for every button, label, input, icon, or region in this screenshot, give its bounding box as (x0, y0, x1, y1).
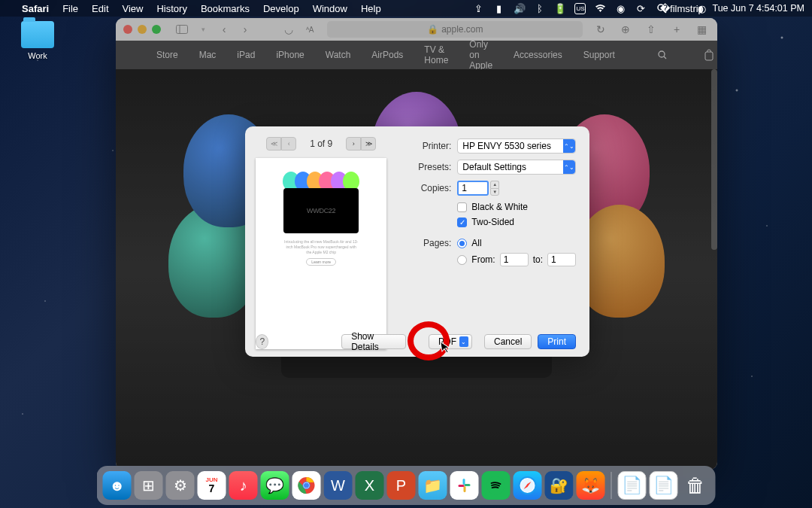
options-pane: Printer: HP ENVY 5530 series ⌃⌄ Presets:… (397, 126, 589, 357)
user-icon[interactable]: ◉ (615, 3, 626, 14)
menu-edit[interactable]: Edit (85, 3, 115, 14)
phone-icon[interactable]: ▮ (493, 3, 504, 14)
pages-all-radio[interactable] (457, 239, 467, 248)
pages-label: Pages: (411, 238, 451, 248)
dock-powerpoint[interactable]: P (387, 471, 416, 500)
dock-chrome[interactable] (292, 471, 321, 500)
dialog-footer: ? Show Details PDF ⌄ Cancel Print (256, 334, 576, 349)
copies-label: Copies: (411, 183, 451, 193)
dock-finder[interactable]: ☻ (103, 471, 132, 500)
preview-pane: ≪ ‹ 1 of 9 › ≫ WWDC22 Introducing the al… (245, 126, 397, 357)
menu-view[interactable]: View (116, 3, 150, 14)
printer-value: HP ENVY 5530 series (462, 141, 551, 151)
thumb-text: Introducing the all-new MacBook Air and … (283, 239, 359, 255)
last-page-button[interactable]: ≫ (361, 137, 376, 151)
cancel-button[interactable]: Cancel (484, 334, 532, 349)
bluetooth-icon[interactable]: ᛒ (534, 3, 545, 14)
wifi-icon[interactable] (595, 3, 606, 14)
dock-settings[interactable]: ⚙ (166, 471, 195, 500)
page-counter: 1 of 9 (310, 138, 332, 149)
control-center-icon[interactable]: �filmstrip (676, 3, 687, 14)
menu-file[interactable]: File (56, 3, 85, 14)
page-thumbnail: WWDC22 Introducing the all-new MacBook A… (256, 158, 386, 349)
siri-icon[interactable]: ◐ (696, 3, 707, 14)
preview-nav: ≪ ‹ 1 of 9 › ≫ (256, 137, 386, 151)
menu-develop[interactable]: Develop (256, 3, 306, 14)
help-button[interactable]: ? (256, 334, 268, 349)
dock-calendar[interactable]: JUN 7 (198, 471, 226, 500)
printer-select[interactable]: HP ENVY 5530 series ⌃⌄ (457, 138, 576, 154)
sync-icon[interactable]: ⟳ (635, 3, 647, 14)
dock-messages[interactable]: 💬 (261, 471, 289, 500)
dock-trash[interactable]: 🗑 (681, 471, 710, 500)
copies-stepper[interactable]: ▲▼ (490, 181, 499, 196)
print-button[interactable]: Print (538, 334, 576, 349)
thumb-wwdc: WWDC22 (307, 207, 335, 214)
svg-rect-14 (464, 486, 466, 492)
dock-separator (611, 472, 612, 499)
menubar: Safari File Edit View History Bookmarks … (0, 0, 812, 17)
dock-firefox[interactable]: 🦊 (577, 471, 605, 500)
dock-spotify[interactable] (482, 471, 511, 500)
chevron-updown-icon: ⌃⌄ (563, 139, 575, 153)
dropbox-icon[interactable]: ⇪ (473, 3, 484, 14)
copies-input[interactable] (457, 181, 489, 196)
volume-icon[interactable]: 🔊 (514, 3, 525, 14)
status-icons: ⇪ ▮ 🔊 ᛒ 🔋 US ◉ ⟳ �filmstrip ◐ (473, 3, 707, 14)
menubar-clock[interactable]: Tue Jun 7 4:54:01 PM (712, 3, 804, 14)
presets-select[interactable]: Default Settings ⌃⌄ (457, 160, 576, 175)
chevron-down-icon: ⌄ (459, 336, 468, 347)
twosided-checkbox[interactable]: ✓ (457, 217, 467, 227)
dock-excel[interactable]: X (356, 471, 384, 500)
dock: ☻ ⊞ ⚙ JUN 7 ♪ 💬 W X P 📁 🔐 🦊 📄 📄 🗑 (97, 466, 716, 505)
show-details-button[interactable]: Show Details (341, 334, 406, 349)
svg-rect-12 (463, 479, 465, 485)
prev-page-button[interactable]: ‹ (281, 137, 296, 151)
chevron-updown-icon: ⌃⌄ (563, 160, 575, 174)
dock-1password[interactable]: 🔐 (545, 471, 574, 500)
menu-bookmarks[interactable]: Bookmarks (194, 3, 256, 14)
dock-word[interactable]: W (324, 471, 353, 500)
pages-range-radio[interactable] (457, 255, 467, 265)
folder-icon (21, 21, 54, 48)
dock-safari[interactable] (514, 471, 542, 500)
desktop-folder-work[interactable]: Work (15, 21, 60, 60)
pdf-dropdown-button[interactable]: PDF ⌄ (429, 334, 472, 349)
input-source-icon[interactable]: US (574, 3, 586, 14)
bw-checkbox[interactable] (457, 202, 467, 212)
menu-window[interactable]: Window (306, 3, 354, 14)
print-dialog: ≪ ‹ 1 of 9 › ≫ WWDC22 Introducing the al… (245, 126, 589, 357)
thumb-btn: Learn more (306, 258, 336, 266)
pages-from-input[interactable] (500, 253, 529, 266)
app-menu[interactable]: Safari (15, 3, 56, 14)
pages-to-input[interactable] (547, 253, 576, 266)
presets-label: Presets: (411, 162, 451, 172)
first-page-button[interactable]: ≪ (266, 137, 281, 151)
bw-label: Black & White (471, 202, 528, 212)
presets-value: Default Settings (462, 162, 526, 172)
pages-to-label: to: (533, 254, 543, 265)
folder-label: Work (15, 51, 60, 60)
menu-help[interactable]: Help (354, 3, 388, 14)
dock-launchpad[interactable]: ⊞ (135, 471, 163, 500)
pages-all-label: All (471, 238, 481, 248)
next-page-button[interactable]: › (346, 137, 361, 151)
dock-slack[interactable] (450, 471, 479, 500)
svg-rect-13 (465, 484, 471, 486)
svg-point-11 (304, 483, 309, 488)
pdf-label: PDF (438, 336, 456, 347)
dock-folder[interactable]: 📁 (419, 471, 447, 500)
pages-from-label: From: (471, 254, 495, 265)
battery-icon[interactable]: 🔋 (554, 3, 565, 14)
svg-rect-15 (459, 485, 465, 487)
dock-recent-doc-2[interactable]: 📄 (650, 471, 678, 500)
twosided-label: Two-Sided (471, 217, 514, 227)
printer-label: Printer: (411, 141, 451, 151)
dock-music[interactable]: ♪ (229, 471, 258, 500)
dock-recent-doc-1[interactable]: 📄 (618, 471, 647, 500)
menu-history[interactable]: History (150, 3, 193, 14)
